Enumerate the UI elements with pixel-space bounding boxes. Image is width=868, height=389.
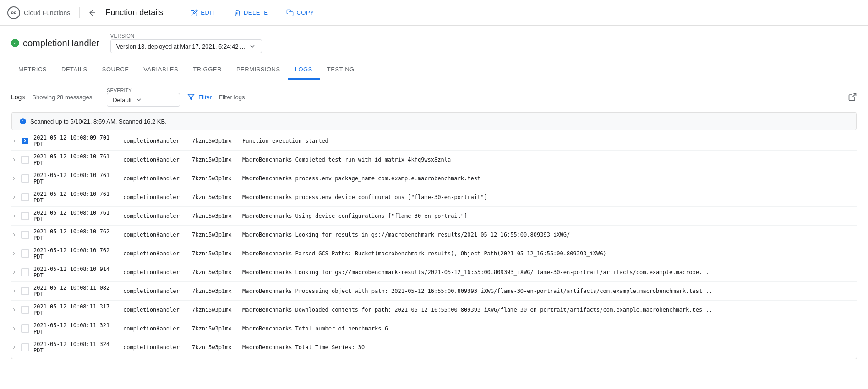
log-row[interactable]: 2021-05-12 10:08:11.317 PDTcompletionHan… xyxy=(11,301,857,319)
log-message: MacroBenchmarks Parsed GCS Paths: Bucket… xyxy=(240,248,857,259)
edit-label: EDIT xyxy=(201,9,215,16)
filter-label: Filter xyxy=(198,94,212,101)
log-execution-id: 7kzni5w3p1mx xyxy=(190,304,240,316)
log-row[interactable]: λ2021-05-12 10:08:09.701 PDTcompletionHa… xyxy=(11,132,857,151)
logs-section: Logs Showing 28 messages Severity Defaul… xyxy=(11,80,857,367)
log-timestamp: 2021-05-12 10:08:10.761 PDT xyxy=(30,207,121,225)
log-row[interactable]: 2021-05-12 10:08:10.761 PDTcompletionHan… xyxy=(11,207,857,226)
log-timestamp: 2021-05-12 10:08:11.317 PDT xyxy=(30,301,121,319)
function-header: ✓ completionHandler Version Version 13, … xyxy=(11,33,857,53)
back-button[interactable] xyxy=(85,5,100,20)
log-row[interactable]: 2021-05-12 10:08:10.762 PDTcompletionHan… xyxy=(11,244,857,263)
log-row[interactable]: 2021-05-12 10:08:10.762 PDTcompletionHan… xyxy=(11,226,857,244)
log-execution-id: 7kzni5w3p1mx xyxy=(190,323,240,335)
log-expand-icon[interactable] xyxy=(11,288,21,294)
external-link-button[interactable] xyxy=(848,92,857,102)
log-expand-icon[interactable] xyxy=(11,138,21,144)
log-timestamp: 2021-05-12 10:08:10.761 PDT xyxy=(30,169,121,188)
version-label: Version xyxy=(110,33,262,38)
log-row[interactable]: 2021-05-12 10:08:10.914 PDTcompletionHan… xyxy=(11,263,857,282)
log-execution-id: 7kzni5w3p1mx xyxy=(190,285,240,297)
log-expand-icon[interactable] xyxy=(11,251,21,256)
divider xyxy=(79,7,80,18)
log-message: MacroBenchmarks Looking for gs://macrobe… xyxy=(240,266,857,278)
log-checkbox[interactable] xyxy=(21,306,29,314)
filter-button[interactable]: Filter xyxy=(187,93,212,101)
log-expand-icon[interactable] xyxy=(11,213,21,219)
log-checkbox[interactable] xyxy=(21,287,29,295)
log-message: MacroBenchmarks Downloaded contents for … xyxy=(240,304,857,316)
edit-button[interactable]: EDIT xyxy=(183,5,223,20)
app-logo: Cloud Functions xyxy=(7,6,70,19)
dropdown-chevron-icon xyxy=(249,43,256,50)
delete-label: DELETE xyxy=(244,9,268,16)
log-expand-icon[interactable] xyxy=(11,176,21,181)
log-checkbox-icon xyxy=(21,287,30,295)
svg-point-0 xyxy=(11,12,13,14)
log-checkbox[interactable] xyxy=(21,193,29,201)
tab-permissions[interactable]: PERMISSIONS xyxy=(229,60,288,80)
tab-logs[interactable]: LOGS xyxy=(288,60,320,80)
log-execution-id: 7kzni5w3p1mx xyxy=(190,191,240,203)
app-name: Cloud Functions xyxy=(24,9,70,16)
log-row[interactable]: 2021-05-12 10:08:11.569 PDTcompletionHan… xyxy=(11,357,857,359)
log-function-name: completionHandler xyxy=(121,248,190,259)
logs-title: Logs xyxy=(11,93,25,101)
tab-metrics[interactable]: METRICS xyxy=(11,60,54,80)
tab-testing[interactable]: TESTING xyxy=(320,60,362,80)
logo-icon xyxy=(7,6,20,19)
log-row[interactable]: 2021-05-12 10:08:10.761 PDTcompletionHan… xyxy=(11,188,857,207)
log-message: MacroBenchmarks Total Time Series: 30 xyxy=(240,341,857,353)
log-function-name: completionHandler xyxy=(121,304,190,316)
log-row[interactable]: 2021-05-12 10:08:10.761 PDTcompletionHan… xyxy=(11,169,857,188)
log-checkbox[interactable] xyxy=(21,174,29,183)
log-checkbox[interactable] xyxy=(21,324,29,333)
log-expand-icon[interactable] xyxy=(11,194,21,200)
log-checkbox[interactable] xyxy=(21,231,29,239)
log-checkbox-icon xyxy=(21,324,30,333)
lambda-badge: λ xyxy=(22,138,28,144)
copy-button[interactable]: COPY xyxy=(279,5,322,20)
log-checkbox-icon xyxy=(21,268,30,276)
log-checkbox[interactable] xyxy=(21,268,29,276)
log-message: MacroBenchmarks process.env package_name… xyxy=(240,173,857,184)
toolbar-actions: EDIT DELETE COPY xyxy=(183,5,322,20)
delete-button[interactable]: DELETE xyxy=(226,5,276,20)
filter-placeholder[interactable]: Filter logs xyxy=(219,94,245,101)
log-timestamp: 2021-05-12 10:08:11.082 PDT xyxy=(30,282,121,300)
severity-dropdown[interactable]: Default xyxy=(107,93,180,107)
tab-details[interactable]: DETAILS xyxy=(54,60,95,80)
log-row[interactable]: 2021-05-12 10:08:11.324 PDTcompletionHan… xyxy=(11,338,857,357)
log-checkbox[interactable] xyxy=(21,343,29,351)
log-function-name: completionHandler xyxy=(121,229,190,241)
log-checkbox[interactable] xyxy=(21,156,29,164)
function-name-section: ✓ completionHandler xyxy=(11,38,99,49)
log-message: MacroBenchmarks Using device configurati… xyxy=(240,210,857,222)
log-expand-icon[interactable] xyxy=(11,157,21,162)
log-expand-icon[interactable] xyxy=(11,307,21,313)
log-execution-id: 7kzni5w3p1mx xyxy=(190,154,240,166)
log-execution-id: 7kzni5w3p1mx xyxy=(190,210,240,222)
log-function-name: completionHandler xyxy=(121,173,190,184)
log-expand-icon[interactable] xyxy=(11,232,21,238)
log-checkbox[interactable] xyxy=(21,249,29,258)
tab-source[interactable]: SOURCE xyxy=(95,60,136,80)
log-timestamp: 2021-05-12 10:08:09.701 PDT xyxy=(30,132,121,150)
version-section: Version Version 13, deployed at Mar 17, … xyxy=(110,33,262,53)
tab-variables[interactable]: VARIABLES xyxy=(136,60,186,80)
severity-value: Default xyxy=(113,97,131,103)
version-dropdown[interactable]: Version 13, deployed at Mar 17, 2021, 5:… xyxy=(110,39,262,53)
log-timestamp: 2021-05-12 10:08:10.761 PDT xyxy=(30,188,121,206)
log-expand-icon[interactable] xyxy=(11,270,21,275)
tab-trigger[interactable]: TRIGGER xyxy=(186,60,229,80)
log-row[interactable]: 2021-05-12 10:08:11.082 PDTcompletionHan… xyxy=(11,282,857,301)
log-checkbox-icon xyxy=(21,174,30,183)
log-expand-icon[interactable] xyxy=(11,345,21,350)
log-expand-icon[interactable] xyxy=(11,326,21,331)
log-checkbox[interactable] xyxy=(21,212,29,220)
log-row[interactable]: 2021-05-12 10:08:10.761 PDTcompletionHan… xyxy=(11,151,857,169)
status-indicator: ✓ xyxy=(11,39,19,47)
logs-container[interactable]: Scanned up to 5/10/21, 8:59 AM. Scanned … xyxy=(11,112,857,359)
log-row[interactable]: 2021-05-12 10:08:11.321 PDTcompletionHan… xyxy=(11,319,857,338)
info-icon xyxy=(19,118,27,125)
